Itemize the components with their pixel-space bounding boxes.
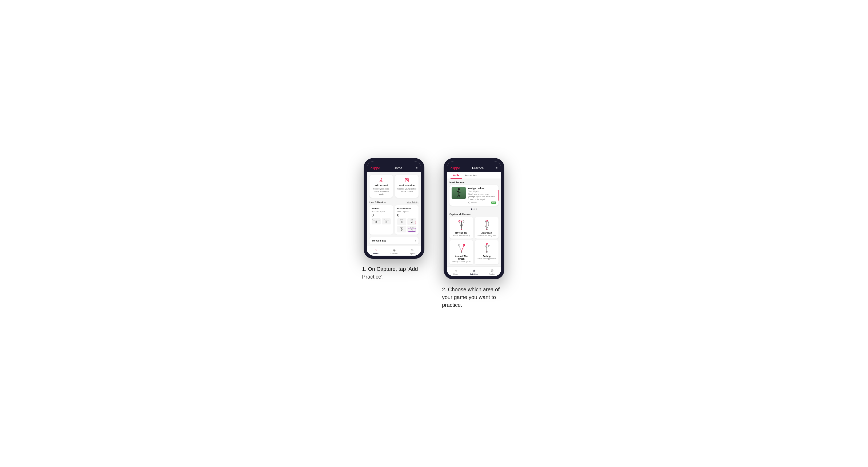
- arg-stat: ARG 0: [397, 226, 406, 232]
- drills-sub-stats: OTT 0 APP 4: [397, 218, 416, 225]
- practice-stat: Practice 0: [382, 218, 391, 224]
- arg-value: 0: [398, 228, 406, 231]
- drills-title: Practice Drills: [397, 207, 416, 210]
- clippd-logo-1: clippd: [371, 166, 380, 170]
- drills-total: 8: [397, 213, 416, 217]
- app-header-2: clippd Practice ≡: [447, 164, 501, 172]
- rounds-box: Rounds Rounds Capture 0 Tournament 0 Pra…: [370, 205, 393, 235]
- wedge-ladder-yardage: 50–100 yds: [468, 190, 496, 192]
- dot-3: [476, 209, 477, 210]
- atg-title: Around The Green: [452, 255, 471, 260]
- activities-icon-2: ◈: [473, 269, 475, 273]
- nav-activities-2[interactable]: ◈ Activities: [465, 269, 483, 275]
- approach-diagram: [481, 219, 493, 231]
- status-bar-1: [367, 161, 421, 164]
- skill-putting[interactable]: Putting Make and lag practice: [475, 240, 498, 264]
- tournament-stat: Tournament 0: [372, 218, 381, 224]
- ott-value: 0: [398, 221, 406, 224]
- phone1-screen: clippd Home ≡: [367, 161, 421, 255]
- app-stat: APP 4: [407, 218, 416, 225]
- app-label: APP: [408, 219, 416, 221]
- capture-label-2: Capture: [489, 273, 496, 275]
- most-popular-title: Most Popular: [447, 179, 501, 185]
- bottom-nav-1: ⌂ Home ◈ Activities ⊕ Capture: [367, 246, 421, 256]
- activities-label-1: Activities: [390, 253, 398, 254]
- add-practice-title: Add Practice: [399, 184, 414, 187]
- rounds-total: 0: [372, 213, 391, 217]
- home-label-1: Home: [373, 253, 378, 254]
- rounds-title: Rounds: [372, 207, 391, 210]
- tournament-value: 0: [372, 221, 380, 224]
- atg-diagram: [456, 242, 467, 254]
- activities-icon-1: ◈: [393, 248, 396, 252]
- ott-desc: Power and accuracy: [453, 235, 470, 237]
- svg-line-19: [461, 222, 464, 228]
- phone2-screen: clippd Practice ≡ Drills Favourites Most…: [447, 161, 501, 276]
- hamburger-icon-2[interactable]: ≡: [496, 166, 497, 170]
- putting-diagram: [481, 242, 493, 254]
- phone2: clippd Practice ≡ Drills Favourites Most…: [443, 158, 504, 279]
- tab-drills[interactable]: Drills: [451, 172, 462, 179]
- skill-grid: Off The Tee Power and accuracy: [447, 217, 501, 267]
- featured-footer: 9 shots APP: [468, 201, 496, 204]
- caption-1: 1. On Capture, tap 'Add Practice'.: [362, 265, 426, 281]
- tab-favourites[interactable]: Favourites: [462, 172, 479, 179]
- bottom-nav-2: ⌂ Home ◈ Activities ⊕ Capture: [447, 267, 501, 276]
- nav-capture-1[interactable]: ⊕ Capture: [403, 248, 421, 254]
- add-round-card[interactable]: Add Round Record your shots fast or enha…: [370, 175, 393, 197]
- rounds-sub-stats: Tournament 0 Practice 0: [372, 218, 391, 224]
- svg-point-31: [463, 244, 465, 246]
- stats-period: Last 3 Months: [370, 201, 386, 204]
- app-value: 4: [408, 221, 416, 224]
- svg-point-22: [463, 220, 464, 222]
- putting-desc: Make and lag practice: [477, 258, 496, 260]
- svg-point-6: [407, 179, 407, 179]
- svg-point-40: [488, 245, 490, 246]
- phone1: clippd Home ≡: [364, 158, 425, 258]
- nav-activities-1[interactable]: ◈ Activities: [385, 248, 403, 254]
- shots-badge: 9 shots: [468, 201, 477, 204]
- carousel-dots: [447, 207, 501, 211]
- skill-off-the-tee[interactable]: Off The Tee Power and accuracy: [450, 217, 473, 239]
- add-round-title: Add Round: [374, 184, 388, 187]
- practice-body: Most Popular: [447, 179, 501, 266]
- putting-title: Putting: [483, 255, 491, 257]
- tabs-row: Drills Favourites: [447, 172, 501, 179]
- tournament-label: Tournament: [372, 219, 380, 221]
- nav-home-1[interactable]: ⌂ Home: [367, 248, 385, 254]
- skill-around-green[interactable]: Around The Green Hone your short game: [450, 240, 473, 264]
- nav-home-2[interactable]: ⌂ Home: [447, 269, 465, 275]
- approach-desc: Dial-in to hit the green: [477, 235, 496, 237]
- explore-title: Explore skill areas: [447, 211, 501, 217]
- svg-point-9: [458, 188, 460, 190]
- svg-line-17: [459, 222, 461, 228]
- ott-title: Off The Tee: [455, 231, 467, 234]
- svg-point-33: [461, 251, 462, 252]
- view-activity-link[interactable]: View Activity: [407, 201, 418, 204]
- drills-box: Practice Drills Drills Capture 8 OTT 0 A…: [395, 205, 418, 235]
- wedge-ladder-title: Wedge Ladder: [468, 187, 496, 190]
- featured-card[interactable]: Wedge Ladder 50–100 yds Play 1 shot at e…: [450, 185, 498, 206]
- app-header-1: clippd Home ≡: [367, 164, 421, 172]
- featured-info: Wedge Ladder 50–100 yds Play 1 shot at e…: [468, 187, 496, 204]
- phones-row: clippd Home ≡: [362, 158, 506, 309]
- phone1-section: clippd Home ≡: [362, 158, 426, 280]
- capture-icon-1: ⊕: [410, 248, 414, 252]
- clippd-logo-2: clippd: [451, 166, 460, 170]
- header-title-1: Home: [394, 166, 402, 170]
- nav-capture-2[interactable]: ⊕ Capture: [483, 269, 501, 275]
- add-practice-card[interactable]: Add Practice Capture your practice off-t…: [395, 175, 418, 197]
- drills-sub: Drills Capture: [397, 211, 416, 213]
- svg-point-29: [486, 224, 487, 225]
- golf-bag-row[interactable]: My Golf Bag ›: [370, 237, 418, 244]
- scroll-bar: [498, 190, 498, 201]
- home-icon-1: ⌂: [375, 248, 377, 252]
- golf-bag-label: My Golf Bag: [372, 239, 386, 242]
- svg-point-23: [461, 229, 462, 229]
- hamburger-icon-1[interactable]: ≡: [415, 166, 417, 170]
- svg-point-39: [486, 243, 487, 244]
- svg-rect-3: [381, 178, 382, 179]
- caption-2: 2. Choose which area of your game you wa…: [442, 286, 506, 309]
- svg-point-41: [484, 245, 485, 246]
- skill-approach[interactable]: Approach Dial-in to hit the green: [475, 217, 498, 239]
